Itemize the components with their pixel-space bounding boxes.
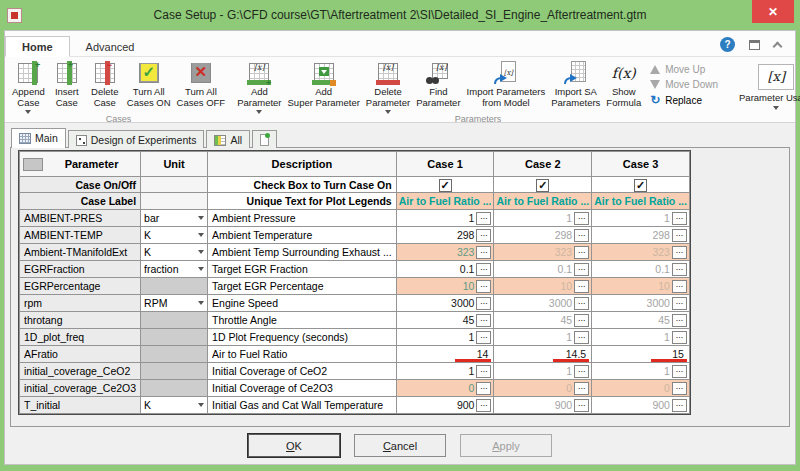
edit-value-button[interactable]: ... <box>476 212 491 225</box>
case1-value-cell[interactable]: 10... <box>396 278 494 295</box>
checkbox[interactable]: ✓ <box>536 179 549 192</box>
edit-value-button[interactable]: ... <box>476 331 491 344</box>
edit-value-button[interactable]: ... <box>574 212 589 225</box>
edit-value-button[interactable]: ... <box>476 246 491 259</box>
tab-all[interactable]: All <box>206 130 250 148</box>
edit-value-button[interactable]: ... <box>476 229 491 242</box>
edit-value-button[interactable]: ... <box>476 365 491 378</box>
case3-value-cell[interactable]: 1... <box>592 363 690 380</box>
case2-value-cell[interactable]: 3000... <box>494 295 592 312</box>
tab-home[interactable]: Home <box>5 36 70 57</box>
corner-select-button[interactable] <box>23 158 43 171</box>
parameter-name[interactable]: initial_coverage_Ce2O3 <box>20 380 141 397</box>
edit-value-button[interactable]: ... <box>672 297 687 310</box>
case3-value-cell[interactable]: 0... <box>592 380 690 397</box>
add-parameter-button[interactable]: [x]+ AddParameter <box>234 58 284 114</box>
unit-select[interactable]: K <box>141 227 208 244</box>
parameter-name[interactable]: AMBIENT-PRES <box>20 210 141 227</box>
edit-value-button[interactable]: ... <box>476 314 491 327</box>
edit-value-button[interactable]: ... <box>574 263 589 276</box>
case3-value-cell[interactable]: 15 <box>592 346 690 363</box>
unit-select[interactable]: fraction <box>141 261 208 278</box>
parameter-name[interactable]: 1D_plot_freq <box>20 329 141 346</box>
case2-value-cell[interactable]: 323... <box>494 244 592 261</box>
case3-value-cell[interactable]: 298... <box>592 227 690 244</box>
case3-value-cell[interactable]: 900... <box>592 397 690 414</box>
tab-advanced[interactable]: Advanced <box>70 37 151 56</box>
edit-value-button[interactable]: ... <box>672 263 687 276</box>
checkbox[interactable]: ✓ <box>439 179 452 192</box>
delete-case-button[interactable]: − DeleteCase <box>86 58 124 108</box>
case1-onoff-cell[interactable]: ✓ <box>396 177 494 193</box>
unit-select[interactable]: K <box>141 244 208 261</box>
help-icon[interactable]: ? <box>720 37 735 52</box>
case2-value-cell[interactable]: 1... <box>494 363 592 380</box>
parameter-name[interactable]: throtang <box>20 312 141 329</box>
turn-all-cases-on-button[interactable]: ✓ Turn AllCases ON <box>124 58 174 108</box>
edit-value-button[interactable]: ... <box>574 365 589 378</box>
case1-value-cell[interactable]: 3000... <box>396 295 494 312</box>
parameter-name[interactable]: Ambient-TManifoldExt <box>20 244 141 261</box>
parameter-name[interactable]: AMBIENT-TEMP <box>20 227 141 244</box>
case3-value-cell[interactable]: 0.1... <box>592 261 690 278</box>
case2-value-cell[interactable]: 14.5 <box>494 346 592 363</box>
close-button[interactable]: ✕ <box>752 0 794 23</box>
case1-value-cell[interactable]: 14 <box>396 346 494 363</box>
case1-value-cell[interactable]: 0... <box>396 380 494 397</box>
turn-all-cases-off-button[interactable]: ✕ Turn AllCases OFF <box>174 58 229 108</box>
tab-main[interactable]: Main <box>11 128 66 148</box>
append-case-button[interactable]: + AppendCase <box>9 58 48 114</box>
edit-value-button[interactable]: ... <box>476 297 491 310</box>
case1-value-cell[interactable]: 323... <box>396 244 494 261</box>
edit-value-button[interactable]: ... <box>672 246 687 259</box>
edit-value-button[interactable]: ... <box>672 382 687 395</box>
parameter-name[interactable]: AFratio <box>20 346 141 363</box>
edit-value-button[interactable]: ... <box>574 314 589 327</box>
parameter-name[interactable]: rpm <box>20 295 141 312</box>
case2-value-cell[interactable]: 298... <box>494 227 592 244</box>
case1-value-cell[interactable]: 1... <box>396 329 494 346</box>
case2-value-cell[interactable]: 0.1... <box>494 261 592 278</box>
edit-value-button[interactable]: ... <box>574 331 589 344</box>
edit-value-button[interactable]: ... <box>574 229 589 242</box>
unit-select[interactable]: K <box>141 397 208 414</box>
case1-value-cell[interactable]: 900... <box>396 397 494 414</box>
case1-value-cell[interactable]: 298... <box>396 227 494 244</box>
edit-value-button[interactable]: ... <box>476 280 491 293</box>
replace-button[interactable]: ↻ Replace <box>650 94 718 106</box>
case3-value-cell[interactable]: 323... <box>592 244 690 261</box>
case3-value-cell[interactable]: 10... <box>592 278 690 295</box>
case2-value-cell[interactable]: 1... <box>494 329 592 346</box>
edit-value-button[interactable]: ... <box>574 297 589 310</box>
case3-value-cell[interactable]: 45... <box>592 312 690 329</box>
case3-value-cell[interactable]: 1... <box>592 210 690 227</box>
case1-value-cell[interactable]: 1... <box>396 363 494 380</box>
case3-value-cell[interactable]: 1... <box>592 329 690 346</box>
tab-design-of-experiments[interactable]: Design of Experiments <box>68 130 205 148</box>
unit-select[interactable]: RPM <box>141 295 208 312</box>
edit-value-button[interactable]: ... <box>672 229 687 242</box>
show-formula-button[interactable]: f(x) ShowFormula <box>603 58 644 108</box>
case3-value-cell[interactable]: 3000... <box>592 295 690 312</box>
checkbox[interactable]: ✓ <box>634 179 647 192</box>
edit-value-button[interactable]: ... <box>574 382 589 395</box>
edit-value-button[interactable]: ... <box>476 399 491 412</box>
import-parameters-from-model-button[interactable]: [x] Import Parametersfrom Model <box>464 58 549 108</box>
tab-new-sheet[interactable] <box>252 130 277 148</box>
edit-value-button[interactable]: ... <box>476 382 491 395</box>
case2-label-cell[interactable]: Air to Fuel Ratio ... <box>494 193 592 210</box>
case2-value-cell[interactable]: 0... <box>494 380 592 397</box>
parameter-name[interactable]: T_initial <box>20 397 141 414</box>
collapse-ribbon-icon[interactable] <box>773 41 783 51</box>
edit-value-button[interactable]: ... <box>672 314 687 327</box>
edit-value-button[interactable]: ... <box>476 263 491 276</box>
case2-value-cell[interactable]: 10... <box>494 278 592 295</box>
case3-onoff-cell[interactable]: ✓ <box>592 177 690 193</box>
case1-label-cell[interactable]: Air to Fuel Ratio ... <box>396 193 494 210</box>
parameter-name[interactable]: EGRPercentage <box>20 278 141 295</box>
add-super-parameter-button[interactable]: AddSuper Parameter <box>285 58 363 108</box>
case1-value-cell[interactable]: 0.1... <box>396 261 494 278</box>
header-case-3[interactable]: Case 3 <box>592 152 690 177</box>
case2-value-cell[interactable]: 900... <box>494 397 592 414</box>
case2-onoff-cell[interactable]: ✓ <box>494 177 592 193</box>
